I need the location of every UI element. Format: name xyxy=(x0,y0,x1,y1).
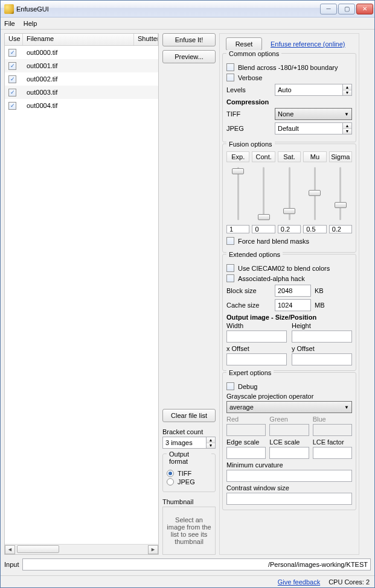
jpeg-compression-spinner[interactable]: Default▲▼ xyxy=(275,122,352,134)
bracket-count-spinner[interactable]: 3 images ▲▼ xyxy=(162,437,216,449)
thumbnail-label: Thumbnail xyxy=(162,498,216,505)
app-window: EnfuseGUI ─ ▢ ✕ File Help Use Filename S… xyxy=(0,0,375,588)
height-input[interactable] xyxy=(292,330,352,343)
chevron-down-icon: ▼ xyxy=(344,112,349,117)
common-options-group: Common options Blend across -180/+180 bo… xyxy=(222,53,356,142)
spin-down-icon[interactable]: ▼ xyxy=(207,443,215,449)
table-row[interactable]: ✓out0002.tif xyxy=(5,72,158,86)
file-list[interactable]: Use Filename Shutter ✓out0000.tif✓out000… xyxy=(4,33,159,555)
table-row[interactable]: ✓out0000.tif xyxy=(5,46,158,59)
menu-bar: File Help xyxy=(1,17,374,30)
spin-up-icon[interactable]: ▲ xyxy=(207,437,215,443)
blue-input xyxy=(313,424,352,436)
table-row[interactable]: ✓out0004.tif xyxy=(5,99,158,112)
radio-tiff[interactable] xyxy=(167,470,174,477)
horizontal-scrollbar[interactable]: ◄ ► xyxy=(5,544,158,554)
use-checkbox[interactable]: ✓ xyxy=(8,102,16,110)
col-shutter[interactable]: Shutter xyxy=(134,34,158,45)
column-headers: Use Filename Shutter xyxy=(5,34,158,46)
debug-checkbox[interactable] xyxy=(226,382,234,390)
green-input xyxy=(269,424,309,436)
slider-header-sigma: Sigma xyxy=(329,151,352,162)
slider-exp[interactable] xyxy=(232,166,244,221)
enfuse-button[interactable]: Enfuse It! xyxy=(162,33,216,46)
col-use[interactable]: Use xyxy=(5,34,23,45)
block-size-input[interactable]: 2048 xyxy=(275,285,311,297)
assoc-alpha-checkbox[interactable] xyxy=(226,274,234,282)
table-row[interactable]: ✓out0001.tif xyxy=(5,59,158,72)
window-title: EnfuseGUI xyxy=(16,5,320,13)
cpu-cores-status: CPU Cores: 2 xyxy=(329,578,370,586)
cache-size-input[interactable]: 1024 xyxy=(275,299,311,311)
scroll-thumb[interactable] xyxy=(17,545,59,553)
slider-mu[interactable] xyxy=(309,166,321,221)
options-panel: Reset Enfuse reference (online) Common o… xyxy=(219,33,359,555)
enfuse-reference-link[interactable]: Enfuse reference (online) xyxy=(271,40,345,48)
compression-heading: Compression xyxy=(226,98,352,106)
ciecam-checkbox[interactable] xyxy=(226,264,234,272)
slider-sigma[interactable] xyxy=(335,166,347,221)
use-checkbox[interactable]: ✓ xyxy=(8,89,16,96)
contrast-window-input[interactable] xyxy=(226,493,352,505)
output-image-heading: Output image - Size/Position xyxy=(226,314,352,321)
blend-across-checkbox[interactable] xyxy=(226,63,234,71)
slider-sat[interactable] xyxy=(283,166,295,221)
tiff-compression-select[interactable]: None▼ xyxy=(275,108,352,120)
levels-spinner[interactable]: Auto▲▼ xyxy=(275,84,352,96)
bracket-count-label: Bracket count xyxy=(162,428,216,435)
slider-header-cont: Cont. xyxy=(252,151,275,162)
filename-cell: out0000.tif xyxy=(23,49,134,56)
menu-help[interactable]: Help xyxy=(24,20,37,27)
scroll-right-icon[interactable]: ► xyxy=(148,545,158,554)
slider-value-mu[interactable]: 0.5 xyxy=(303,225,326,233)
clear-list-button[interactable]: Clear file list xyxy=(162,409,216,422)
grayscale-projection-select[interactable]: average▼ xyxy=(226,401,352,413)
force-hard-blend-checkbox[interactable] xyxy=(226,237,234,245)
input-label: Input xyxy=(4,561,19,568)
client-area: Use Filename Shutter ✓out0000.tif✓out000… xyxy=(1,30,374,575)
col-filename[interactable]: Filename xyxy=(23,34,134,45)
minimize-button[interactable]: ─ xyxy=(320,4,337,14)
slider-value-sat[interactable]: 0.2 xyxy=(278,225,301,233)
filename-cell: out0004.tif xyxy=(23,102,134,109)
filename-cell: out0002.tif xyxy=(23,75,134,83)
give-feedback-link[interactable]: Give feedback xyxy=(278,578,320,586)
filename-cell: out0003.tif xyxy=(23,89,134,96)
use-checkbox[interactable]: ✓ xyxy=(8,62,16,70)
status-bar: Give feedback CPU Cores: 2 xyxy=(1,575,374,587)
maximize-button[interactable]: ▢ xyxy=(338,4,355,14)
input-path-field[interactable]: /Personal/images-working/KTEST xyxy=(22,558,371,571)
thumbnail-box: Select an image from the list to see its… xyxy=(162,507,216,555)
min-curvature-input[interactable] xyxy=(226,470,352,482)
y-offset-input[interactable] xyxy=(292,353,352,365)
extended-options-group: Extended options Use CIECAM02 to blend c… xyxy=(222,254,356,371)
menu-file[interactable]: File xyxy=(4,20,15,27)
output-format-group: Output format TIFF JPEG xyxy=(162,454,216,492)
edge-scale-input[interactable] xyxy=(226,447,266,459)
x-offset-input[interactable] xyxy=(226,353,287,365)
radio-jpeg[interactable] xyxy=(167,478,174,485)
preview-button[interactable]: Preview... xyxy=(162,50,216,63)
table-row[interactable]: ✓out0003.tif xyxy=(5,86,158,99)
input-row: Input /Personal/images-working/KTEST xyxy=(4,557,371,572)
slider-value-cont[interactable]: 0 xyxy=(252,225,275,233)
lce-scale-input[interactable] xyxy=(269,447,309,459)
app-icon xyxy=(4,4,14,14)
slider-cont[interactable] xyxy=(258,166,270,221)
scroll-left-icon[interactable]: ◄ xyxy=(5,545,15,554)
verbose-checkbox[interactable] xyxy=(226,74,234,81)
title-bar: EnfuseGUI ─ ▢ ✕ xyxy=(1,1,374,17)
width-input[interactable] xyxy=(226,330,287,343)
slider-value-sigma[interactable]: 0.2 xyxy=(329,225,352,233)
filename-cell: out0001.tif xyxy=(23,62,134,69)
expert-options-group: Expert options Debug Grayscale projectio… xyxy=(222,372,356,510)
use-checkbox[interactable]: ✓ xyxy=(8,75,16,83)
fusion-options-group: Fusion options Exp. 1Cont. 0Sat. 0.2Mu 0… xyxy=(222,144,356,253)
lce-factor-input[interactable] xyxy=(313,447,352,459)
reset-button[interactable]: Reset xyxy=(226,37,262,51)
slider-header-mu: Mu xyxy=(303,151,326,162)
close-button[interactable]: ✕ xyxy=(356,4,373,14)
slider-value-exp[interactable]: 1 xyxy=(226,225,249,233)
use-checkbox[interactable]: ✓ xyxy=(8,49,16,57)
slider-header-exp: Exp. xyxy=(226,151,249,162)
